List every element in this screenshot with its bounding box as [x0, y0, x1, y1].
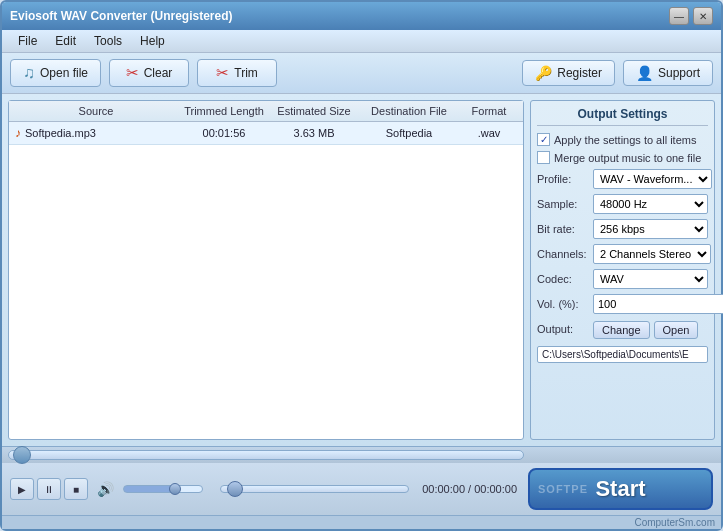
- channels-label: Channels:: [537, 248, 589, 260]
- profile-label: Profile:: [537, 173, 589, 185]
- start-button[interactable]: SOFTPE Start: [528, 468, 713, 510]
- pause-icon: ⏸: [44, 484, 54, 495]
- sample-row: Sample: 48000 Hz: [537, 194, 708, 214]
- watermark-text: ComputerSm.com: [634, 517, 715, 528]
- watermark-bar: ComputerSm.com: [2, 515, 721, 529]
- merge-row: Merge output music to one file: [537, 151, 708, 164]
- clear-label: Clear: [144, 66, 173, 80]
- player-row: ▶ ⏸ ■ 🔊 00:00:00 / 00:00:00: [2, 463, 721, 515]
- col-destination: Destination File: [359, 104, 459, 118]
- cell-format: .wav: [459, 126, 519, 140]
- volume-icon: 🔊: [97, 481, 114, 497]
- register-label: Register: [557, 66, 602, 80]
- title-bar: Eviosoft WAV Converter (Unregistered) — …: [2, 2, 721, 30]
- menu-edit[interactable]: Edit: [47, 32, 84, 50]
- main-area: Source Trimmed Length Estimated Size Des…: [2, 94, 721, 446]
- scissors-icon: ✂: [126, 64, 139, 82]
- start-btn-container: SOFTPE Start: [528, 468, 713, 510]
- clear-button[interactable]: ✂ Clear: [109, 59, 189, 87]
- cell-estimated-size: 3.63 MB: [269, 126, 359, 140]
- file-table-body: ♪ Softpedia.mp3 00:01:56 3.63 MB Softped…: [9, 122, 523, 439]
- output-row: Output: Change Open: [537, 319, 708, 339]
- codec-select[interactable]: WAV: [593, 269, 708, 289]
- col-source: Source: [13, 104, 179, 118]
- cell-destination: Softpedia: [359, 126, 459, 140]
- vol-row: Vol. (%):: [537, 294, 708, 314]
- open-file-label: Open file: [40, 66, 88, 80]
- bitrate-label: Bit rate:: [537, 223, 589, 235]
- apply-settings-checkbox[interactable]: ✓: [537, 133, 550, 146]
- menu-tools[interactable]: Tools: [86, 32, 130, 50]
- seek-bar[interactable]: [220, 485, 409, 493]
- trim-button[interactable]: ✂ Trim: [197, 59, 277, 87]
- window-title: Eviosoft WAV Converter (Unregistered): [10, 9, 232, 23]
- output-path: C:\Users\Softpedia\Documents\E: [537, 346, 708, 363]
- vol-input[interactable]: [593, 294, 723, 314]
- cell-trimmed-length: 00:01:56: [179, 126, 269, 140]
- sample-label: Sample:: [537, 198, 589, 210]
- close-button[interactable]: ✕: [693, 7, 713, 25]
- menu-file[interactable]: File: [10, 32, 45, 50]
- support-button[interactable]: 👤 Support: [623, 60, 713, 86]
- output-path-row: C:\Users\Softpedia\Documents\E: [537, 346, 708, 363]
- table-row[interactable]: ♪ Softpedia.mp3 00:01:56 3.63 MB Softped…: [9, 122, 523, 145]
- toolbar-right: 🔑 Register 👤 Support: [522, 60, 713, 86]
- vol-label: Vol. (%):: [537, 298, 589, 310]
- volume-bar[interactable]: [123, 485, 203, 493]
- change-button[interactable]: Change: [593, 321, 650, 339]
- source-filename: Softpedia.mp3: [25, 127, 96, 139]
- volume-thumb: [169, 483, 181, 495]
- main-window: Eviosoft WAV Converter (Unregistered) — …: [0, 0, 723, 531]
- output-label: Output:: [537, 323, 589, 335]
- open-file-button[interactable]: ♫ Open file: [10, 59, 101, 87]
- progress-row: [2, 447, 721, 463]
- start-label: Start: [595, 476, 645, 502]
- open-output-button[interactable]: Open: [654, 321, 699, 339]
- cell-source: ♪ Softpedia.mp3: [13, 125, 179, 141]
- col-format: Format: [459, 104, 519, 118]
- merge-checkbox[interactable]: [537, 151, 550, 164]
- settings-panel: Output Settings ✓ Apply the settings to …: [530, 100, 715, 440]
- stop-icon: ■: [73, 484, 79, 495]
- profile-select[interactable]: WAV - Waveform...: [593, 169, 712, 189]
- start-watermark: SOFTPE: [538, 483, 588, 495]
- progress-thumb: [13, 446, 31, 464]
- trim-label: Trim: [234, 66, 258, 80]
- bitrate-select[interactable]: 256 kbps: [593, 219, 708, 239]
- minimize-button[interactable]: —: [669, 7, 689, 25]
- menu-bar: File Edit Tools Help: [2, 30, 721, 53]
- full-bottom: ▶ ⏸ ■ 🔊 00:00:00 / 00:00:00: [2, 446, 721, 529]
- col-trimmed: Trimmed Length: [179, 104, 269, 118]
- codec-row: Codec: WAV: [537, 269, 708, 289]
- register-button[interactable]: 🔑 Register: [522, 60, 615, 86]
- channels-select[interactable]: 2 Channels Stereo: [593, 244, 711, 264]
- play-icon: ▶: [18, 484, 26, 495]
- support-label: Support: [658, 66, 700, 80]
- play-button[interactable]: ▶: [10, 478, 34, 500]
- bitrate-row: Bit rate: 256 kbps: [537, 219, 708, 239]
- seek-container: [216, 485, 413, 493]
- progress-bar[interactable]: [8, 450, 524, 460]
- file-panel: Source Trimmed Length Estimated Size Des…: [8, 100, 524, 440]
- output-buttons: Change Open: [593, 321, 698, 339]
- key-icon: 🔑: [535, 65, 552, 81]
- toolbar: ♫ Open file ✂ Clear ✂ Trim 🔑 Register 👤 …: [2, 53, 721, 94]
- table-header: Source Trimmed Length Estimated Size Des…: [9, 101, 523, 122]
- trim-icon: ✂: [216, 64, 229, 82]
- profile-row: Profile: WAV - Waveform...: [537, 169, 708, 189]
- time-display: 00:00:00 / 00:00:00: [422, 483, 517, 495]
- seek-thumb: [227, 481, 243, 497]
- playback-controls: ▶ ⏸ ■: [10, 478, 88, 500]
- title-bar-buttons: — ✕: [669, 7, 713, 25]
- menu-help[interactable]: Help: [132, 32, 173, 50]
- codec-label: Codec:: [537, 273, 589, 285]
- merge-label: Merge output music to one file: [554, 152, 701, 164]
- stop-button[interactable]: ■: [64, 478, 88, 500]
- pause-button[interactable]: ⏸: [37, 478, 61, 500]
- sample-select[interactable]: 48000 Hz: [593, 194, 708, 214]
- apply-settings-row: ✓ Apply the settings to all items: [537, 133, 708, 146]
- music-icon: ♫: [23, 64, 35, 82]
- audio-file-icon: ♪: [15, 126, 21, 140]
- settings-title: Output Settings: [537, 107, 708, 126]
- apply-settings-label: Apply the settings to all items: [554, 134, 696, 146]
